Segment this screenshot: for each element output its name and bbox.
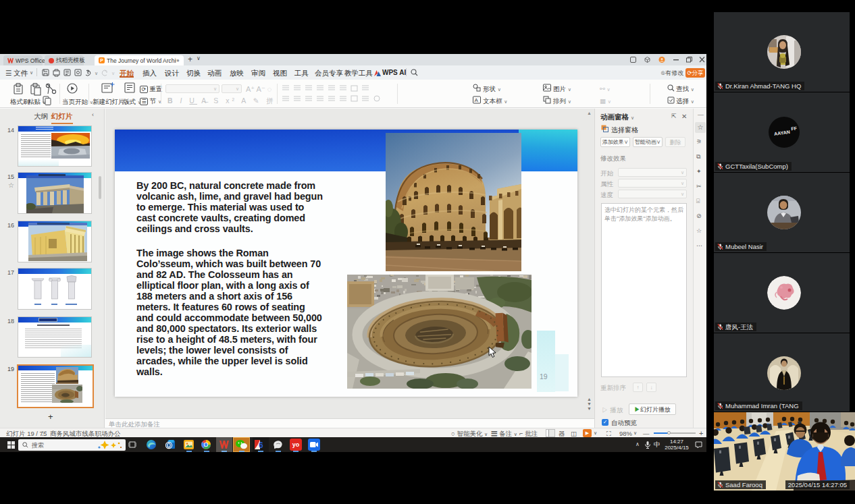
svg-text:FF: FF (791, 125, 798, 131)
svg-text:∨: ∨ (95, 71, 98, 76)
svg-text:6: 6 (259, 441, 263, 449)
svg-text:∨: ∨ (111, 71, 115, 76)
svg-text:A: A (475, 97, 479, 103)
